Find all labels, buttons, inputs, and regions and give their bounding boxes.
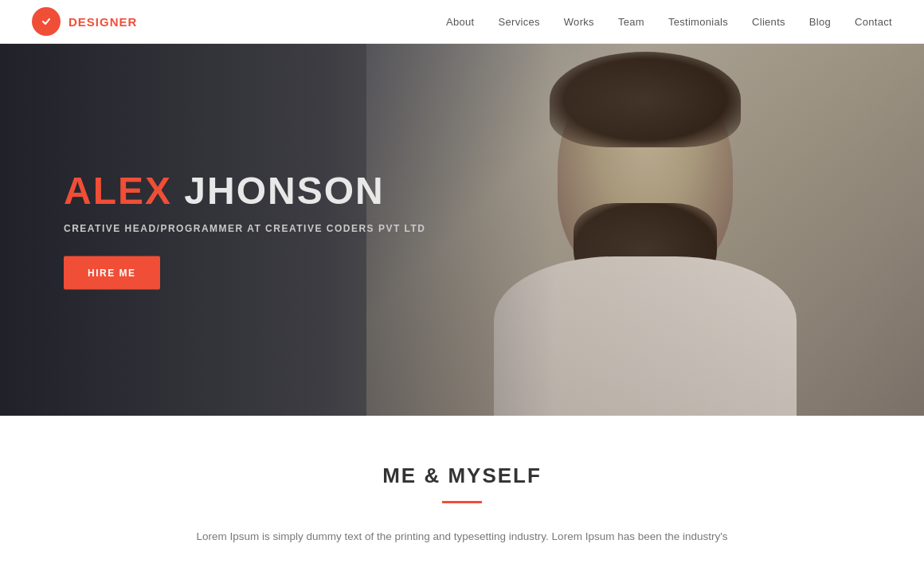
logo-icon (32, 7, 61, 36)
nav-link-about[interactable]: About (446, 16, 474, 28)
hero-first-name: ALEX (64, 169, 172, 211)
hero-last-name: JHONSON (184, 169, 384, 211)
nav-link-contact[interactable]: Contact (855, 16, 892, 28)
hire-me-button[interactable]: HIRE ME (64, 256, 160, 290)
hero-subtitle: CREATIVE HEAD/PROGRAMMER AT CREATIVE COD… (64, 223, 426, 234)
nav-link-works[interactable]: Works (564, 16, 594, 28)
hero-section: ALEX JHONSON CREATIVE HEAD/PROGRAMMER AT… (0, 44, 924, 416)
nav-link-team[interactable]: Team (618, 16, 644, 28)
hero-content: ALEX JHONSON CREATIVE HEAD/PROGRAMMER AT… (64, 170, 426, 290)
title-underline (442, 501, 482, 503)
about-title: ME & MYSELF (32, 464, 892, 488)
nav-link-blog[interactable]: Blog (809, 16, 831, 28)
nav-link-testimonials[interactable]: Testimonials (668, 16, 728, 28)
nav-links: AboutServicesWorksTeamTestimonialsClient… (446, 14, 892, 29)
logo-area[interactable]: DESIGNER (32, 7, 137, 36)
svg-point-0 (39, 14, 53, 29)
about-body: Lorem Ipsum is simply dummy text of the … (191, 527, 733, 546)
about-section: ME & MYSELF Lorem Ipsum is simply dummy … (0, 416, 924, 575)
hero-name: ALEX JHONSON (64, 170, 426, 212)
nav-link-services[interactable]: Services (499, 16, 540, 28)
brand-name: DESIGNER (69, 15, 137, 29)
nav-link-clients[interactable]: Clients (752, 16, 785, 28)
navbar: DESIGNER AboutServicesWorksTeamTestimoni… (0, 0, 924, 44)
